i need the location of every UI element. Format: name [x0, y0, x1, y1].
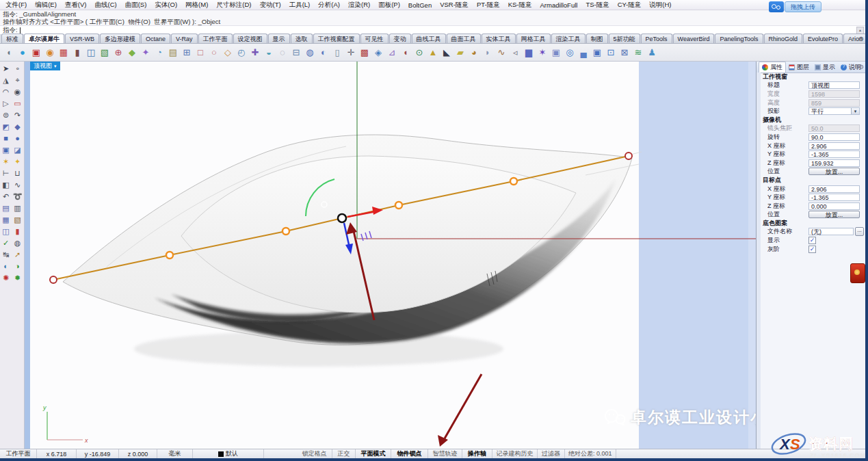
- menu-item[interactable]: PT-随意: [473, 1, 504, 10]
- sidebar-tool-icon[interactable]: ✦: [12, 156, 23, 167]
- toolbar-icon[interactable]: ♟: [645, 46, 659, 60]
- toolbar-icon[interactable]: ▣: [549, 46, 563, 60]
- toolbar-icon[interactable]: ◕: [467, 46, 481, 60]
- toolbar-tab[interactable]: 设定视图: [233, 34, 267, 43]
- menu-item[interactable]: 实体(O): [150, 1, 181, 10]
- menu-item[interactable]: 面板(P): [374, 1, 404, 10]
- toolbar-tab[interactable]: 标准: [1, 34, 23, 43]
- toolbar-icon[interactable]: ◖: [2, 46, 16, 60]
- panel-row-value[interactable]: 2.906: [808, 142, 860, 150]
- status-bar-item[interactable]: y -16.849: [77, 449, 119, 458]
- sidebar-tool-icon[interactable]: ▥: [12, 202, 23, 213]
- toolbar-icon[interactable]: ◗: [481, 46, 495, 60]
- toolbar-tab[interactable]: PanelingTools: [715, 34, 763, 43]
- viewport-canvas[interactable]: y x: [25, 62, 756, 449]
- toolbar-icon[interactable]: ◃: [508, 46, 522, 60]
- panel-row-value[interactable]: 90.0: [808, 133, 860, 141]
- toolbar-tab[interactable]: 曲面工具: [447, 34, 481, 43]
- viewport-top-view[interactable]: y x 顶视图 ▾ 卓尔谟工业设计小站: [25, 62, 756, 449]
- toolbar-tab[interactable]: 工作视窗配置: [313, 34, 360, 43]
- status-bar-item[interactable]: z 0.000: [119, 449, 157, 458]
- upload-button-label[interactable]: 拖拽上传: [785, 1, 821, 12]
- panel-row-value[interactable]: (无): [808, 228, 854, 235]
- sidebar-tool-icon[interactable]: ◆: [12, 121, 23, 132]
- sidebar-tool-icon[interactable]: ⊔: [12, 168, 23, 179]
- toolbar-icon[interactable]: ◴: [235, 46, 248, 60]
- sidebar-tool-icon[interactable]: ∿: [12, 179, 23, 190]
- toolbar-icon[interactable]: ⊟: [289, 46, 303, 60]
- sidebar-tool-icon[interactable]: ■: [0, 133, 12, 144]
- toolbar-tab[interactable]: 5新功能: [609, 34, 640, 43]
- toolbar-icon[interactable]: ▄: [577, 46, 590, 60]
- toolbar-icon[interactable]: ∿: [495, 46, 508, 60]
- toolbar-icon[interactable]: ▯: [330, 46, 344, 60]
- sidebar-tool-icon[interactable]: ▷: [0, 98, 12, 109]
- toolbar-icon[interactable]: ●: [16, 46, 29, 60]
- toolbar-tab[interactable]: 曲线工具: [412, 34, 446, 43]
- curve-endpoint[interactable]: [50, 276, 57, 283]
- toolbar-icon[interactable]: ⊿: [385, 46, 399, 60]
- toolbar-icon[interactable]: ◍: [303, 46, 317, 60]
- panel-row-value[interactable]: 159.932: [808, 159, 860, 167]
- toolbar-tab[interactable]: 显示: [268, 34, 290, 43]
- toolbar-icon[interactable]: ⊙: [412, 46, 426, 60]
- sidebar-tool-icon[interactable]: ●: [12, 133, 23, 144]
- toolbar-icon[interactable]: ◇: [221, 46, 235, 60]
- toolbar-icon[interactable]: □: [194, 46, 207, 60]
- panel-tab-label[interactable]: 属性: [770, 63, 782, 72]
- toolbar-icon[interactable]: ◆: [125, 46, 139, 60]
- panel-tab[interactable]: 显示: [812, 62, 838, 73]
- sidebar-tool-icon[interactable]: ◫: [0, 226, 12, 237]
- sidebar-tool-icon[interactable]: ↹: [0, 249, 12, 260]
- menu-item[interactable]: 说明(H): [645, 1, 675, 10]
- sidebar-tool-icon[interactable]: ▮: [12, 226, 23, 237]
- toolbar-icon[interactable]: ○: [207, 46, 221, 60]
- toolbar-tab[interactable]: 卓尔谟犀牛: [24, 34, 64, 43]
- menu-item[interactable]: VSR-随意: [436, 1, 473, 10]
- toolbar-icon[interactable]: ▮: [70, 46, 84, 60]
- status-bar-item[interactable]: 默认: [193, 449, 264, 458]
- menu-item[interactable]: 渲染(R): [344, 1, 374, 10]
- sidebar-tool-icon[interactable]: ↶: [0, 191, 12, 202]
- panel-tab-label[interactable]: 显示: [823, 63, 835, 72]
- panel-row-value[interactable]: 1598: [808, 90, 860, 98]
- status-bar-item[interactable]: 物件锁点: [391, 449, 428, 458]
- status-bar-item[interactable]: 锁定格点: [297, 449, 332, 458]
- panel-row-value[interactable]: 50.0: [808, 124, 860, 132]
- panel-tab[interactable]: 属性: [759, 62, 786, 73]
- status-bar-item[interactable]: 操作轴: [462, 449, 492, 458]
- toolbar-tab[interactable]: 制图: [586, 34, 608, 43]
- menu-item[interactable]: 文件(F): [1, 1, 31, 10]
- menu-item[interactable]: 曲线(C): [90, 1, 120, 10]
- toolbar-icon[interactable]: ▰: [453, 46, 467, 60]
- sidebar-tool-icon[interactable]: ⌖: [12, 75, 23, 85]
- toolbar-icon[interactable]: ▆: [522, 46, 536, 60]
- gumball-center[interactable]: [338, 214, 346, 222]
- toolbar-icon[interactable]: ✶: [536, 46, 549, 60]
- toolbar-icon[interactable]: ⊞: [180, 46, 194, 60]
- status-bar-item[interactable]: [264, 449, 297, 458]
- sidebar-tool-icon[interactable]: ◧: [0, 179, 12, 190]
- sidebar-tool-icon[interactable]: ⊢: [0, 168, 12, 179]
- sidebar-tool-icon[interactable]: ✺: [0, 272, 12, 283]
- toolbar-tab[interactable]: Octane: [141, 34, 170, 43]
- toolbar-icon[interactable]: ◒: [262, 46, 276, 60]
- toolbar-tab[interactable]: 选取: [291, 34, 313, 43]
- sidebar-tool-icon[interactable]: ◠: [0, 86, 12, 97]
- toolbar-icon[interactable]: ▣: [590, 46, 604, 60]
- toolbar-tab[interactable]: RhinoGold: [764, 34, 803, 43]
- curve-control-point[interactable]: [395, 202, 402, 209]
- status-bar-item[interactable]: 智慧轨迹: [428, 449, 462, 458]
- toolbar-icon[interactable]: ⊡: [604, 46, 618, 60]
- panel-row-value[interactable]: 放置...: [808, 211, 860, 218]
- toolbar-tab[interactable]: 多边形建模: [100, 34, 140, 43]
- toolbar-tab[interactable]: EvolutePro: [803, 34, 843, 43]
- toolbar-tab[interactable]: 网格工具: [516, 34, 551, 43]
- menu-item[interactable]: TS-随意: [581, 1, 613, 10]
- toolbar-icon[interactable]: ◈: [371, 46, 385, 60]
- toolbar-icon[interactable]: ▦: [57, 46, 70, 60]
- toolbar-icon[interactable]: ◔: [153, 46, 166, 60]
- panel-row-value[interactable]: 放置...: [808, 168, 860, 175]
- sidebar-tool-icon[interactable]: ✓: [0, 237, 12, 248]
- panel-row-value[interactable]: 2.906: [808, 185, 860, 193]
